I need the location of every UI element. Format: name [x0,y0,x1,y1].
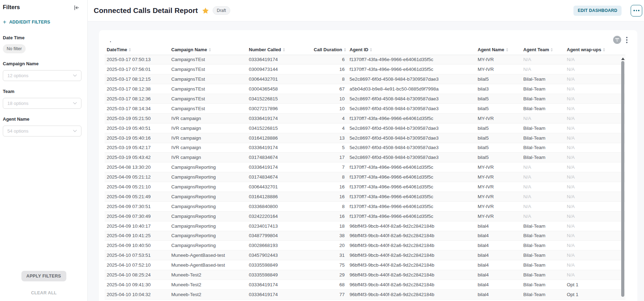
table-row[interactable]: 2025-04-10 10:04:32Muneeb-Test2033364191… [105,289,625,299]
cell-agent_id: 5e2c8697-6f0d-4508-9484-b7309587dae3 [347,153,476,162]
cell-duration: 4 [310,123,347,133]
cell-campaign: CampaignsReporting [169,201,247,211]
cell-number: 03336419174 [247,280,310,289]
sort-icon[interactable] [370,48,372,52]
sort-icon[interactable] [209,48,211,52]
add-edit-filters-button[interactable]: + ADD/EDIT FILTERS [3,20,85,25]
cell-agent_name: bilal5 [476,153,521,162]
cell-number: 03174834674 [247,153,310,162]
table-row[interactable]: 2025-04-09 10:40:50CampaignsReporting030… [105,241,625,250]
table-row[interactable]: 2025-03-19 05:21:50IVR campaign033364191… [105,113,625,123]
table-row[interactable]: 2025-04-09 05:21:12CampaignsReporting031… [105,172,625,182]
table-row[interactable]: 2025-04-10 07:52:10Muneeb-AgentBased-tes… [105,260,625,270]
sort-icon[interactable] [551,48,553,52]
team-select[interactable]: 18 options [3,98,81,109]
widget-menu-icon[interactable] [625,36,628,44]
scrollbar-thumb[interactable] [621,61,624,297]
table-scrollbar[interactable] [621,58,625,301]
cell-agent_id: 96bff4f3-9bcb-440f-82a6-9d2c2842184b [347,221,476,231]
cell-number: 03028668193 [247,241,310,250]
cell-datetime: 2025-04-10 07:53:51 [105,250,169,260]
table-row[interactable]: 2025-04-09 10:40:17CampaignsReporting032… [105,221,625,231]
apply-filters-button[interactable]: APPLY FILTERS [21,271,66,281]
column-header-agent_id[interactable]: Agent ID [347,45,476,55]
cell-duration: 20 [310,241,347,250]
cell-campaign: CampaignsTEst [169,74,247,84]
cell-number: 03004365458 [247,84,310,94]
sort-icon[interactable] [344,48,346,52]
cell-agent_team: Bilal-Team [521,133,565,143]
cell-number: 03064432701 [247,74,310,84]
table-row[interactable]: 2025-03-17 08:12:38CampaignsTEst03004365… [105,84,625,94]
table-row[interactable]: 2025-03-17 08:14:34CampaignsTEst03027217… [105,103,625,113]
table-row[interactable]: 2025-04-09 07:30:49CampaignsReporting032… [105,211,625,221]
column-header-campaign[interactable]: Campaign Name [169,45,247,55]
column-label: DateTime [107,47,127,52]
cell-agent_name: MY-IVR [476,201,521,211]
agent-name-select[interactable]: 54 options [3,126,81,136]
cell-duration: 16 [310,192,347,201]
column-header-number[interactable]: Number Called [247,45,310,55]
cell-wrapups: N/A [565,65,625,74]
clear-all-button[interactable]: CLEAR ALL [3,290,85,295]
table-row[interactable]: 2025-03-17 07:56:01CampaignsTEst03009473… [105,65,625,74]
cell-agent_id: f1370ff7-43fa-496e-9966-e64061d35f5c [347,162,476,172]
cell-number: 03336419174 [247,162,310,172]
table-row[interactable]: 2025-03-17 07:50:13CampaignsTEst03336419… [105,55,625,65]
table-row[interactable]: 2025-03-19 05:40:16IVR campaign031641288… [105,133,625,143]
column-label: Call Duration [314,47,342,52]
filter-label-campaign-name: Campaign Name [3,61,85,66]
cell-campaign: IVR campaign [169,153,247,162]
cell-datetime: 2025-03-19 05:40:16 [105,133,169,143]
cell-agent_id: 96bff4f3-9bcb-440f-82a6-9d2c2842184b [347,231,476,241]
cell-campaign: IVR campaign [169,123,247,133]
column-header-datetime[interactable]: DateTime [105,45,169,55]
sort-icon[interactable] [603,48,605,52]
cell-wrapups: Opt 1 [565,289,625,299]
column-header-wrapups[interactable]: Agent wrap-ups [565,45,625,55]
status-badge: Draft [213,6,230,15]
table-row[interactable]: 2025-03-19 05:43:42IVR campaign031748346… [105,153,625,162]
sort-icon[interactable] [129,48,131,52]
column-header-duration[interactable]: Call Duration [310,45,347,55]
table-row[interactable]: 2025-03-19 05:40:51IVR campaign034152268… [105,123,625,133]
sort-icon[interactable] [283,48,285,52]
table-row[interactable]: 2025-03-17 08:12:15CampaignsTEst03064432… [105,74,625,84]
edit-dashboard-button[interactable]: EDIT DASHBOARD [573,6,622,16]
table-row[interactable]: 2025-04-10 09:41:30Muneeb-Test2033364191… [105,280,625,289]
widget-filter-icon[interactable] [613,36,621,44]
scrollbar-up-arrow[interactable] [621,58,625,60]
cell-datetime: 2025-03-19 05:21:50 [105,113,169,123]
more-options-button[interactable] [631,5,642,16]
cell-agent_team: Bilal-Team [521,231,565,241]
cell-wrapups: Opt 1 [565,280,625,289]
table-row[interactable]: 2025-04-09 07:30:51CampaignsReporting033… [105,201,625,211]
favorite-star-icon[interactable] [202,7,209,14]
cell-agent_id: 96bff4f3-9bcb-440f-82a6-9d2c2842184b [347,280,476,289]
sort-icon[interactable] [506,48,508,52]
table-row[interactable]: 2025-04-09 05:21:49CampaignsReporting031… [105,192,625,201]
cell-agent_team: N/A [521,211,565,221]
cell-agent_name: MY-IVR [476,113,521,123]
campaign-name-select[interactable]: 12 options [3,70,81,81]
table-row[interactable]: 2025-04-09 10:41:25CampaignsReporting034… [105,231,625,241]
table-row[interactable]: 2025-03-19 05:42:17IVR campaign033364191… [105,143,625,153]
cell-agent_team: N/A [521,55,565,65]
report-card: . DateTimeCampaign NameNumber CalledCall… [99,30,637,301]
table-row[interactable]: 2025-03-17 08:12:36CampaignsTEst03415226… [105,94,625,104]
cell-campaign: CampaignsReporting [169,241,247,250]
cell-wrapups: N/A [565,143,625,153]
cell-datetime: 2025-04-08 13:30:20 [105,162,169,172]
collapse-sidebar-icon[interactable] [73,5,80,11]
table-row[interactable]: 2025-04-10 07:53:51Muneeb-AgentBased-tes… [105,250,625,260]
cell-number: 03164128886 [247,192,310,201]
column-header-agent_name[interactable]: Agent Name [476,45,521,55]
table-row[interactable]: 2025-04-08 13:30:20CampaignsReporting033… [105,162,625,172]
cell-agent_id: f1370ff7-43fa-496e-9966-e64061d35f5c [347,113,476,123]
date-time-filter-chip[interactable]: No filter [3,44,26,53]
table-row[interactable]: 2025-04-10 08:25:24Muneeb-Test2033355988… [105,270,625,280]
column-label: Agent Name [478,47,504,52]
cell-wrapups: N/A [565,241,625,250]
table-row[interactable]: 2025-04-09 05:21:10CampaignsReporting030… [105,182,625,192]
column-header-agent_team[interactable]: Agent Team [521,45,565,55]
